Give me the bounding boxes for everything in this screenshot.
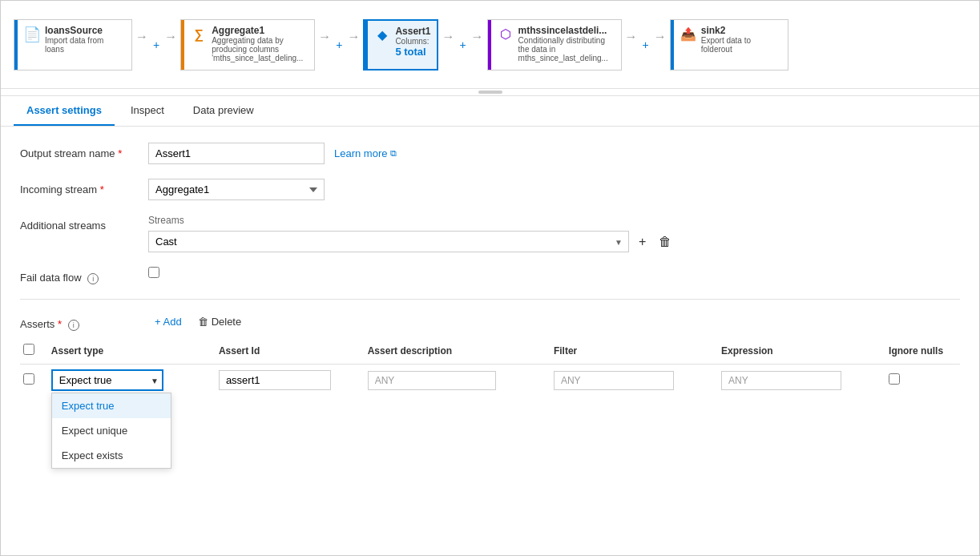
node-inner-assert: ◆ Assert1 Columns: 5 total: [368, 21, 437, 69]
ignore-nulls-checkbox[interactable]: [889, 373, 900, 385]
node-text-agg: Aggregate1 Aggregating data by producing…: [212, 25, 308, 62]
minimize-handle[interactable]: [478, 91, 502, 94]
table-header-row: Assert type Assert Id Assert description…: [20, 337, 960, 365]
pipeline-node-aggregate1[interactable]: ∑ Aggregate1 Aggregating data by produci…: [180, 19, 315, 71]
node-text-sink: sink2 Export data to folderout: [701, 25, 781, 54]
asserts-label: Asserts * i: [20, 313, 148, 331]
node-columns-label: Columns:: [395, 37, 430, 46]
arrow-4: →: [622, 30, 641, 44]
header-assert-desc: Assert description: [365, 337, 550, 365]
assert-type-select[interactable]: Expect true Expect unique Expect exists: [51, 369, 163, 391]
header-checkbox-col: [20, 337, 48, 365]
pipeline-bar: 📄 loansSource Import data from loans → +…: [1, 1, 979, 89]
node-inner: 📄 loansSource Import data from loans: [18, 20, 131, 70]
fail-data-flow-row: Fail data flow i: [20, 267, 960, 284]
additional-streams-controls: Streams Cast ▼ + 🗑: [148, 215, 960, 252]
tabs-bar: Assert settings Inspect Data preview: [1, 96, 979, 127]
dropdown-item-expect-exists[interactable]: Expect exists: [52, 443, 171, 468]
asserts-info-icon[interactable]: i: [68, 320, 79, 331]
incoming-stream-select[interactable]: Aggregate1: [148, 179, 325, 200]
dropdown-item-expect-true[interactable]: Expect true: [52, 393, 171, 418]
delete-stream-button[interactable]: 🗑: [655, 232, 675, 252]
add-assert-button[interactable]: + Add: [148, 312, 188, 331]
fail-data-flow-checkbox[interactable]: [148, 267, 159, 278]
tab-data-preview[interactable]: Data preview: [180, 96, 267, 126]
main-container: 📄 loansSource Import data from loans → +…: [0, 0, 980, 556]
node-text-mths: mthssincelastdeli... Conditionally distr…: [518, 25, 615, 62]
node-columns-count: 5 total: [395, 46, 430, 58]
minimize-bar: [1, 89, 979, 96]
asserts-actions: + Add 🗑 Delete: [148, 312, 248, 331]
add-node-4[interactable]: +: [641, 38, 651, 51]
add-node-3[interactable]: +: [458, 38, 467, 51]
select-all-checkbox[interactable]: [23, 344, 34, 355]
incoming-stream-select-wrapper: Aggregate1: [148, 179, 325, 200]
tab-assert-settings[interactable]: Assert settings: [14, 96, 115, 126]
sink-icon: 📤: [680, 26, 696, 42]
fail-data-flow-info-icon[interactable]: i: [87, 273, 99, 284]
arrow-1b: →: [161, 30, 180, 44]
node-inner-mths: ⬡ mthssincelastdeli... Conditionally dis…: [491, 20, 621, 70]
header-assert-id: Assert Id: [216, 337, 365, 365]
filter-cell: [550, 365, 718, 397]
header-assert-type: Assert type: [48, 337, 216, 365]
row-checkbox[interactable]: [23, 373, 34, 385]
node-box-sink2[interactable]: 📤 sink2 Export data to folderout: [670, 19, 788, 71]
node-text: loansSource Import data from loans: [45, 25, 125, 54]
additional-streams-label: Additional streams: [20, 215, 148, 232]
delete-assert-button[interactable]: 🗑 Delete: [192, 312, 248, 331]
node-title-agg: Aggregate1: [212, 25, 308, 36]
node-title-assert: Assert1: [395, 26, 430, 37]
divider: [20, 299, 960, 300]
arrow-1: →: [132, 30, 151, 44]
asserts-header-row: Asserts * i + Add 🗑 Delete: [20, 312, 960, 331]
assert-icon: ◆: [374, 27, 390, 43]
node-subtitle-sink: Export data to folderout: [701, 36, 781, 54]
node-box-loans-source[interactable]: 📄 loansSource Import data from loans: [14, 19, 132, 71]
assert-type-cell: Expect true Expect unique Expect exists …: [48, 365, 216, 397]
asserts-table: Assert type Assert Id Assert description…: [20, 337, 960, 396]
node-box-aggregate1[interactable]: ∑ Aggregate1 Aggregating data by produci…: [180, 19, 315, 71]
assert-id-input[interactable]: [219, 370, 331, 390]
header-filter: Filter: [550, 337, 718, 365]
incoming-stream-row: Incoming stream * Aggregate1: [20, 179, 960, 200]
asserts-table-container: Assert type Assert Id Assert description…: [20, 337, 960, 396]
add-node-1[interactable]: +: [151, 38, 161, 51]
arrow-4b: →: [651, 30, 670, 44]
output-stream-row: Output stream name * Learn more ⧉: [20, 143, 960, 164]
filter-input[interactable]: [554, 371, 674, 390]
pipeline-node-mths[interactable]: ⬡ mthssincelastdeli... Conditionally dis…: [487, 19, 622, 71]
aggregate-icon: ∑: [191, 26, 207, 42]
learn-more-link[interactable]: Learn more ⧉: [334, 147, 397, 159]
expression-input[interactable]: [721, 371, 841, 390]
fail-data-flow-label: Fail data flow i: [20, 267, 148, 284]
external-link-icon: ⧉: [390, 148, 397, 159]
node-box-mths[interactable]: ⬡ mthssincelastdeli... Conditionally dis…: [487, 19, 622, 71]
header-ignore-nulls: Ignore nulls: [885, 337, 960, 365]
row-checkbox-cell: [20, 365, 48, 397]
arrow-3b: →: [468, 30, 487, 44]
dropdown-item-expect-unique[interactable]: Expect unique: [52, 418, 171, 443]
output-stream-name-input[interactable]: [148, 143, 325, 164]
add-stream-button[interactable]: +: [635, 232, 649, 252]
pipeline-node-loans-source[interactable]: 📄 loansSource Import data from loans: [14, 19, 132, 71]
arrow-2: →: [315, 30, 334, 44]
assert-desc-input[interactable]: [368, 371, 496, 390]
pipeline-node-sink2[interactable]: 📤 sink2 Export data to folderout: [670, 19, 788, 71]
node-title-mths: mthssincelastdeli...: [518, 25, 615, 36]
tab-inspect[interactable]: Inspect: [118, 96, 177, 126]
arrow-3: →: [438, 30, 458, 44]
arrow-2b: →: [344, 30, 363, 44]
loans-source-icon: 📄: [24, 26, 40, 42]
table-row: Expect true Expect unique Expect exists …: [20, 365, 960, 397]
streams-select[interactable]: Cast: [148, 231, 629, 252]
node-inner-agg: ∑ Aggregate1 Aggregating data by produci…: [184, 20, 314, 70]
delete-icon: 🗑: [198, 316, 208, 328]
pipeline-node-assert1[interactable]: ◆ Assert1 Columns: 5 total: [363, 19, 438, 71]
content-area: Output stream name * Learn more ⧉ Incomi…: [1, 127, 979, 555]
add-node-2[interactable]: +: [334, 38, 344, 51]
node-box-assert1[interactable]: ◆ Assert1 Columns: 5 total: [363, 19, 438, 71]
fail-data-flow-checkbox-row: [148, 267, 159, 278]
streams-select-wrapper: Cast ▼: [148, 231, 629, 252]
assert-type-dropdown-overlay: Expect true Expect unique Expect exists: [51, 393, 171, 469]
